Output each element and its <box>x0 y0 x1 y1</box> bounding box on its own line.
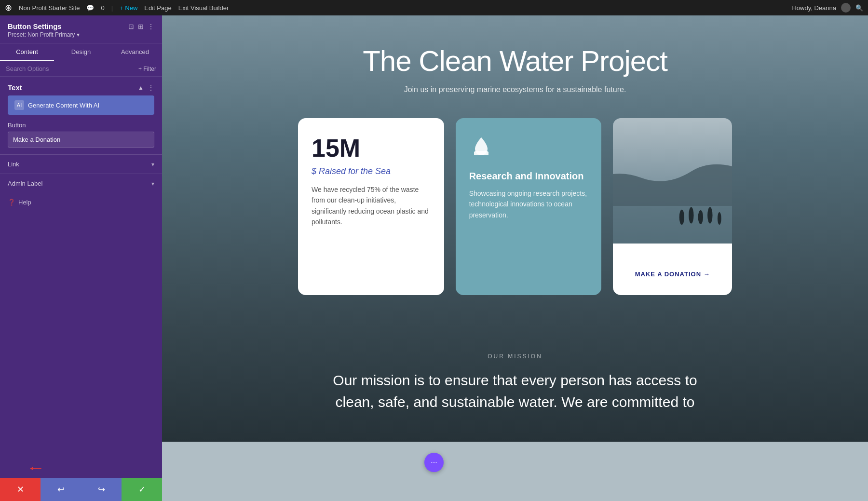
comment-icon: 💬 <box>86 4 94 12</box>
image-card-inner: MAKE A DONATION → <box>613 118 732 295</box>
donate-button-container: MAKE A DONATION → <box>613 244 732 295</box>
layout-icon[interactable]: ⊞ <box>138 23 144 30</box>
tab-advanced[interactable]: Advanced <box>108 43 162 61</box>
help-row[interactable]: ❓ Help <box>0 193 162 212</box>
undo-icon: ↩ <box>57 484 65 495</box>
site-name[interactable]: Non Profit Starter Site <box>19 4 80 12</box>
main-layout: Button Settings ⊡ ⊞ ⋮ Preset: Non Profit… <box>0 15 868 501</box>
exit-builder-link[interactable]: Exit Visual Builder <box>178 4 229 12</box>
panel-title-row: Button Settings ⊡ ⊞ ⋮ <box>8 22 154 30</box>
cards-row: 15M $ Raised for the Sea We have recycle… <box>298 118 732 295</box>
section-menu-icon[interactable]: ⋮ <box>148 84 154 92</box>
top-bar: ⊛ Non Profit Starter Site 💬 0 | + New Ed… <box>0 0 868 15</box>
panel-bottom-bar: ✕ ↩ ↪ ✓ <box>0 478 162 501</box>
link-label: Link <box>8 161 19 168</box>
panel-header: Button Settings ⊡ ⊞ ⋮ Preset: Non Profit… <box>0 15 162 43</box>
search-input[interactable] <box>6 65 135 72</box>
generate-ai-button[interactable]: AI Generate Content With AI <box>8 95 154 115</box>
howdy-text: Howdy, Deanna <box>792 4 836 12</box>
save-button[interactable]: ✓ <box>122 478 162 501</box>
right-content: The Clean Water Project Join us in prese… <box>162 15 868 501</box>
redo-icon: ↪ <box>98 484 105 495</box>
stat-card: 15M $ Raised for the Sea We have recycle… <box>298 118 444 295</box>
beach-photo <box>613 118 732 244</box>
ai-button-label: Generate Content With AI <box>28 102 99 109</box>
cancel-icon: ✕ <box>17 484 24 495</box>
hero-section: The Clean Water Project Join us in prese… <box>162 15 868 324</box>
new-link[interactable]: + New <box>120 4 137 12</box>
admin-label-arrow-icon: ▾ <box>151 180 154 187</box>
hero-title: The Clean Water Project <box>363 44 667 78</box>
help-label: Help <box>18 199 31 206</box>
top-bar-left: ⊛ Non Profit Starter Site 💬 0 | + New Ed… <box>5 2 229 13</box>
edit-page-link[interactable]: Edit Page <box>144 4 171 12</box>
tab-design[interactable]: Design <box>54 43 108 61</box>
panel-content: Text ▲ ⋮ AI Generate Content With AI But… <box>0 77 162 478</box>
research-card: Research and Innovation Showcasing ongoi… <box>456 118 602 295</box>
filter-button[interactable]: + Filter <box>138 66 156 72</box>
svg-point-6 <box>718 212 721 225</box>
undo-button[interactable]: ↩ <box>41 478 81 501</box>
card-stat-label: $ Raised for the Sea <box>312 166 431 176</box>
donate-button[interactable]: MAKE A DONATION → <box>621 263 725 285</box>
panel-search-row: + Filter <box>0 61 162 77</box>
panel-preset[interactable]: Preset: Non Profit Primary <box>8 31 154 38</box>
arrow-indicator: ← <box>26 460 45 476</box>
mission-text: Our mission is to ensure that every pers… <box>322 369 708 413</box>
ai-icon: AI <box>14 100 24 110</box>
admin-label-section[interactable]: Admin Label ▾ <box>0 174 162 193</box>
save-icon: ✓ <box>138 484 146 495</box>
section-collapse-icon[interactable]: ▲ <box>138 84 144 91</box>
panel-title: Button Settings <box>8 22 62 30</box>
hero-subtitle: Join us in preserving marine ecosystems … <box>404 85 626 94</box>
redo-button[interactable]: ↪ <box>81 478 122 501</box>
top-bar-right: Howdy, Deanna 🔍 <box>792 3 863 13</box>
wordpress-logo[interactable]: ⊛ <box>5 2 12 13</box>
text-section-title: Text <box>8 83 22 92</box>
help-icon: ❓ <box>8 199 15 206</box>
chat-icon: ··· <box>431 458 437 467</box>
fullscreen-icon[interactable]: ⊡ <box>128 23 134 30</box>
chat-bubble[interactable]: ··· <box>424 453 444 472</box>
svg-point-5 <box>707 207 712 224</box>
link-section[interactable]: Link ▾ <box>0 154 162 174</box>
admin-label-text: Admin Label <box>8 180 42 187</box>
user-avatar[interactable] <box>841 3 851 13</box>
mission-section: OUR MISSION Our mission is to ensure tha… <box>162 324 868 442</box>
separator: | <box>111 4 113 12</box>
image-card: MAKE A DONATION → <box>613 118 732 295</box>
tab-content[interactable]: Content <box>0 43 54 61</box>
card-teal-desc: Showcasing ongoing research projects, te… <box>469 188 588 220</box>
button-field-group: Button <box>0 122 162 154</box>
donate-button-label: MAKE A DONATION → <box>635 271 710 278</box>
button-field-label: Button <box>8 122 154 129</box>
search-icon[interactable]: 🔍 <box>855 4 863 12</box>
card-description: We have recycled 75% of the waste from o… <box>312 184 431 228</box>
button-text-input[interactable] <box>8 132 154 148</box>
section-controls: ▲ ⋮ <box>138 84 154 92</box>
text-section-header: Text ▲ ⋮ <box>0 77 162 95</box>
panel-tabs: Content Design Advanced <box>0 43 162 61</box>
water-drop-icon <box>469 134 588 162</box>
mission-label: OUR MISSION <box>181 353 849 360</box>
cancel-button[interactable]: ✕ <box>0 478 41 501</box>
svg-point-2 <box>679 210 684 225</box>
comment-count: 0 <box>101 4 104 12</box>
svg-point-3 <box>689 207 693 224</box>
link-arrow-icon: ▾ <box>151 161 154 168</box>
card-heading: Research and Innovation <box>469 170 588 182</box>
panel-title-icons: ⊡ ⊞ ⋮ <box>128 23 154 30</box>
svg-point-4 <box>698 210 703 224</box>
svg-rect-1 <box>613 206 732 244</box>
card-stat-number: 15M <box>312 134 431 162</box>
more-options-icon[interactable]: ⋮ <box>148 23 154 30</box>
left-panel: Button Settings ⊡ ⊞ ⋮ Preset: Non Profit… <box>0 15 162 501</box>
